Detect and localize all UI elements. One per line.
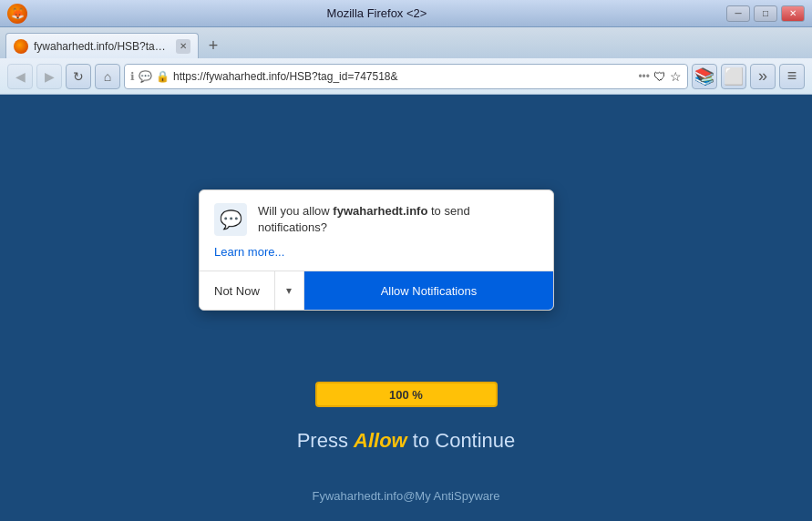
press-allow-text: Press Allow to Continue	[297, 429, 516, 453]
lock-icon: 🔒	[156, 70, 170, 83]
chat-icon: 💬	[139, 70, 152, 83]
minimize-button[interactable]: ─	[726, 5, 750, 22]
popup-question: Will you allow fywaharhedt.info to send …	[258, 204, 470, 234]
tab-close-button[interactable]: ✕	[176, 39, 190, 54]
more-icon[interactable]: •••	[638, 70, 650, 83]
sidebar-button[interactable]: ⬜	[721, 64, 746, 89]
allow-notifications-button[interactable]: Allow Notifications	[304, 271, 553, 310]
shield-icon[interactable]: 🛡	[653, 69, 666, 84]
address-bar-icons: ••• 🛡 ☆	[638, 69, 682, 84]
allow-word: Allow	[354, 429, 407, 452]
hamburger-menu-button[interactable]: ≡	[779, 64, 805, 89]
popup-link-container: Learn more...	[200, 243, 553, 271]
home-button[interactable]: ⌂	[95, 64, 120, 89]
maximize-button[interactable]: □	[754, 5, 777, 22]
popup-text: Will you allow fywaharhedt.info to send …	[258, 203, 539, 236]
browser-viewport: 💬 Will you allow fywaharhedt.info to sen…	[0, 95, 812, 521]
titlebar-controls: ─ □ ✕	[726, 5, 805, 22]
titlebar-left: 🦊	[7, 4, 27, 24]
titlebar: 🦊 Mozilla Firefox <2> ─ □ ✕	[0, 0, 812, 27]
bookmark-icon[interactable]: ☆	[670, 69, 682, 84]
forward-button[interactable]: ▶	[36, 64, 62, 89]
learn-more-link[interactable]: Learn more...	[214, 245, 284, 259]
footer-credit: Fywaharhedt.info@My AntiSpyware	[312, 489, 499, 503]
nav-right: 📚 ⬜ » ≡	[692, 64, 805, 89]
titlebar-title: Mozilla Firefox <2>	[27, 6, 726, 20]
address-bar[interactable]: ℹ 💬 🔒 https://fywaharhedt.info/HSB?tag_i…	[124, 64, 688, 89]
progress-label: 100 %	[389, 388, 423, 402]
progress-bar: 100 %	[315, 382, 498, 407]
url-text: https://fywaharhedt.info/HSB?tag_id=7475…	[173, 70, 634, 83]
not-now-button[interactable]: Not Now	[200, 271, 275, 310]
more-tools-button[interactable]: »	[750, 64, 776, 89]
new-tab-button[interactable]: +	[200, 33, 226, 58]
tabbar: fywaharhedt.info/HSB?tag_... ✕ +	[0, 27, 812, 58]
library-button[interactable]: 📚	[692, 64, 717, 89]
popup-site: fywaharhedt.info	[333, 204, 427, 218]
close-button[interactable]: ✕	[781, 5, 805, 22]
navbar: ◀ ▶ ↻ ⌂ ℹ 💬 🔒 https://fywaharhedt.info/H…	[0, 58, 812, 95]
info-icon: ℹ	[130, 70, 135, 83]
notification-popup: 💬 Will you allow fywaharhedt.info to sen…	[199, 189, 554, 311]
firefox-icon: 🦊	[7, 4, 27, 24]
notification-icon: 💬	[214, 203, 247, 236]
back-button[interactable]: ◀	[7, 64, 33, 89]
refresh-button[interactable]: ↻	[66, 64, 91, 89]
tab-label: fywaharhedt.info/HSB?tag_...	[34, 40, 170, 53]
popup-actions: Not Now ▾ Allow Notifications	[200, 271, 553, 310]
active-tab[interactable]: fywaharhedt.info/HSB?tag_... ✕	[5, 33, 199, 58]
not-now-dropdown-button[interactable]: ▾	[275, 271, 304, 310]
tab-favicon	[14, 39, 28, 54]
popup-header: 💬 Will you allow fywaharhedt.info to sen…	[200, 190, 553, 243]
